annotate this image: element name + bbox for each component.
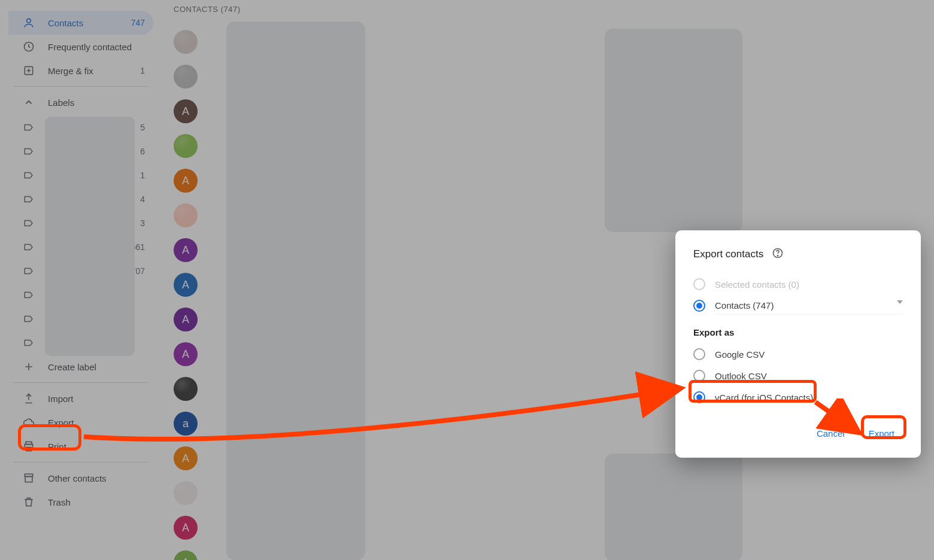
export-contacts-dialog: Export contacts Selected contacts (0) Co…: [675, 230, 921, 458]
option-vcard[interactable]: vCard (for iOS Contacts): [693, 386, 903, 408]
option-all-contacts[interactable]: Contacts (747): [693, 295, 903, 316]
option-outlook-csv[interactable]: Outlook CSV: [693, 365, 903, 386]
option-selected-contacts: Selected contacts (0): [693, 273, 903, 295]
contacts-scope-dropdown[interactable]: Contacts (747): [715, 297, 903, 315]
option-label: Google CSV: [715, 349, 765, 360]
export-as-heading: Export as: [693, 327, 903, 337]
export-button[interactable]: Export: [860, 424, 903, 443]
dialog-title: Export contacts: [693, 248, 763, 260]
radio-icon: [693, 391, 705, 403]
svg-point-9: [778, 255, 778, 256]
option-label: Contacts (747): [715, 300, 774, 311]
chevron-down-icon: [897, 300, 903, 304]
radio-icon: [693, 300, 705, 312]
option-label: Selected contacts (0): [715, 279, 799, 290]
help-icon[interactable]: [772, 247, 784, 261]
option-google-csv[interactable]: Google CSV: [693, 343, 903, 365]
radio-icon: [693, 278, 705, 290]
cancel-button[interactable]: Cancel: [808, 424, 853, 443]
radio-icon: [693, 370, 705, 382]
app-root: Contacts 747 Frequently contacted Merge …: [0, 0, 934, 560]
option-label: Outlook CSV: [715, 371, 767, 381]
radio-icon: [693, 348, 705, 360]
option-label: vCard (for iOS Contacts): [715, 392, 813, 403]
